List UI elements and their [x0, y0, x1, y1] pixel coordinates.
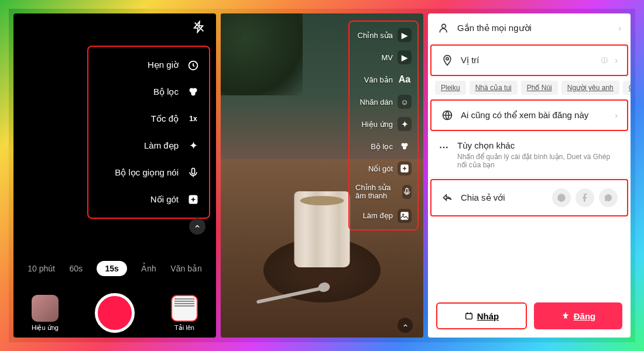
- edit-tools-panel: Chỉnh sửa ▶ MV ▶ Văn bản Aa Nhãn dán ☺ H…: [348, 20, 419, 230]
- filter-label: Bộ lọc: [153, 87, 179, 97]
- timer-tool[interactable]: Hẹn giờ: [92, 51, 205, 78]
- sticker-icon: ☺: [398, 95, 412, 109]
- effects-icon: ✦: [398, 117, 412, 131]
- more-sublabel: Nhấn để quản lý cài đặt bình luận, Duet …: [457, 153, 621, 169]
- follow-tool-edit[interactable]: Nối gót: [352, 157, 415, 180]
- chip-phonui[interactable]: Phố Núi: [521, 81, 558, 95]
- mv-icon: ▶: [398, 50, 412, 64]
- bottom-controls: Hiệu ứng Tải lên: [13, 293, 216, 333]
- duration-selector: 10 phút 60s 15s Ảnh Văn bản: [13, 261, 216, 276]
- follow-label: Nối gót: [150, 194, 179, 205]
- chevron-right-icon: ›: [615, 56, 618, 65]
- audio-edit-tool[interactable]: Chỉnh sửa âm thanh: [352, 180, 415, 205]
- speed-label: Tốc độ: [151, 113, 179, 124]
- sticker-tool[interactable]: Nhãn dán ☺: [352, 91, 415, 113]
- svg-rect-17: [465, 314, 472, 319]
- filter-tool[interactable]: Bộ lọc: [92, 78, 205, 105]
- draft-label: Nháp: [477, 311, 499, 321]
- plus-icon-edit: [398, 161, 412, 176]
- share-icon: [441, 191, 454, 204]
- filter-tool-edit[interactable]: Bộ lọc: [352, 135, 415, 157]
- chevron-right-icon: ›: [618, 23, 621, 33]
- share-row: Chia sẻ với: [430, 179, 628, 216]
- mic-icon: [186, 165, 201, 180]
- edit-icon: ▶: [398, 28, 412, 42]
- collapse-edit-button[interactable]: [398, 318, 413, 333]
- tag-people-row[interactable]: Gắn thẻ mọi người ›: [428, 13, 631, 43]
- svg-point-4: [191, 91, 195, 95]
- post-button[interactable]: Đăng: [534, 302, 622, 329]
- record-button[interactable]: [95, 293, 135, 333]
- more-options-row[interactable]: ⋯ Tùy chọn khác Nhấn để quản lý cài đặt …: [428, 132, 631, 178]
- duration-15s[interactable]: 15s: [97, 261, 126, 276]
- follow-tool[interactable]: Nối gót: [92, 186, 205, 213]
- image-icon: [398, 209, 412, 223]
- duration-60s[interactable]: 60s: [69, 264, 83, 273]
- svg-point-7: [402, 143, 405, 147]
- svg-rect-5: [192, 168, 195, 174]
- collapse-button[interactable]: [189, 218, 205, 235]
- more-label: Tùy chọn khác: [457, 140, 621, 151]
- chip-gialai[interactable]: Gia Lai: [623, 81, 631, 95]
- effects-label: Hiệu ứng: [32, 324, 59, 332]
- svg-rect-11: [406, 188, 408, 193]
- location-icon: [441, 54, 454, 67]
- edit-tool[interactable]: Chỉnh sửa ▶: [352, 24, 415, 46]
- speed-tool[interactable]: Tốc độ 1x: [92, 105, 205, 132]
- camera-screen: Hẹn giờ Bộ lọc Tốc độ 1x Làm đẹp ✦ Bộ lọ…: [13, 13, 216, 338]
- more-icon: ⋯: [437, 140, 450, 153]
- draft-button[interactable]: Nháp: [436, 302, 527, 329]
- info-icon: ⓘ: [601, 56, 608, 65]
- voice-filter-tool[interactable]: Bộ lọc giọng nói: [92, 159, 205, 186]
- post-actions: Nháp Đăng: [436, 302, 622, 329]
- effects-tool[interactable]: Hiệu ứng ✦: [352, 113, 415, 135]
- mic-icon-edit: [402, 185, 412, 199]
- beauty-icon: ✦: [186, 138, 201, 153]
- effects-thumbnail: [32, 295, 59, 322]
- text-icon: Aa: [398, 73, 412, 87]
- share-label: Chia sẻ với: [461, 192, 545, 203]
- post-button-label: Đăng: [574, 311, 596, 321]
- svg-point-13: [402, 214, 404, 215]
- person-icon: [437, 22, 450, 35]
- mv-tool[interactable]: MV ▶: [352, 46, 415, 68]
- privacy-row[interactable]: Ai cũng có thể xem bài đăng này ›: [430, 99, 628, 131]
- svg-point-15: [446, 57, 448, 60]
- timer-label: Hẹn giờ: [148, 60, 179, 70]
- svg-point-9: [403, 146, 406, 150]
- chat-icon[interactable]: [599, 188, 618, 207]
- facebook-icon[interactable]: [576, 188, 594, 207]
- chip-nha[interactable]: Nhà của tui: [470, 81, 518, 95]
- filter-icon: [186, 84, 201, 99]
- chip-nguoiyeu[interactable]: Người yêu anh: [561, 81, 619, 95]
- effects-button[interactable]: Hiệu ứng: [32, 295, 59, 332]
- upload-thumbnail: [171, 295, 198, 322]
- edit-screen: Chỉnh sửa ▶ MV ▶ Văn bản Aa Nhãn dán ☺ H…: [221, 13, 423, 338]
- tag-people-label: Gắn thẻ mọi người: [457, 23, 611, 33]
- globe-icon: [441, 109, 454, 122]
- chevron-right-icon: ›: [615, 111, 618, 120]
- beauty-tool-edit[interactable]: Làm đẹp: [352, 205, 415, 227]
- duration-photo[interactable]: Ảnh: [141, 264, 156, 273]
- svg-point-8: [405, 143, 408, 147]
- upload-button[interactable]: Tải lên: [171, 295, 198, 332]
- beauty-tool[interactable]: Làm đẹp ✦: [92, 132, 205, 159]
- flash-icon[interactable]: [193, 20, 205, 37]
- text-tool[interactable]: Văn bản Aa: [352, 68, 415, 91]
- post-screen: Gắn thẻ mọi người › Vị trí ⓘ › Pleiku Nh…: [428, 13, 631, 338]
- svg-point-14: [442, 24, 446, 28]
- timer-icon: [186, 57, 201, 73]
- location-row[interactable]: Vị trí ⓘ ›: [430, 44, 628, 76]
- duration-text[interactable]: Văn bản: [170, 264, 201, 273]
- location-label: Vị trí: [461, 55, 594, 66]
- messenger-icon[interactable]: [552, 188, 571, 207]
- post-options-list: Gắn thẻ mọi người › Vị trí ⓘ › Pleiku Nh…: [428, 13, 631, 218]
- camera-tools-panel: Hẹn giờ Bộ lọc Tốc độ 1x Làm đẹp ✦ Bộ lọ…: [87, 46, 210, 219]
- chip-pleiku[interactable]: Pleiku: [435, 81, 466, 95]
- filter-icon-edit: [398, 139, 412, 153]
- duration-10min[interactable]: 10 phút: [28, 264, 55, 273]
- upload-label: Tải lên: [174, 324, 194, 332]
- beauty-label: Làm đẹp: [144, 140, 179, 151]
- svg-rect-12: [400, 212, 409, 220]
- speed-icon: 1x: [186, 111, 201, 126]
